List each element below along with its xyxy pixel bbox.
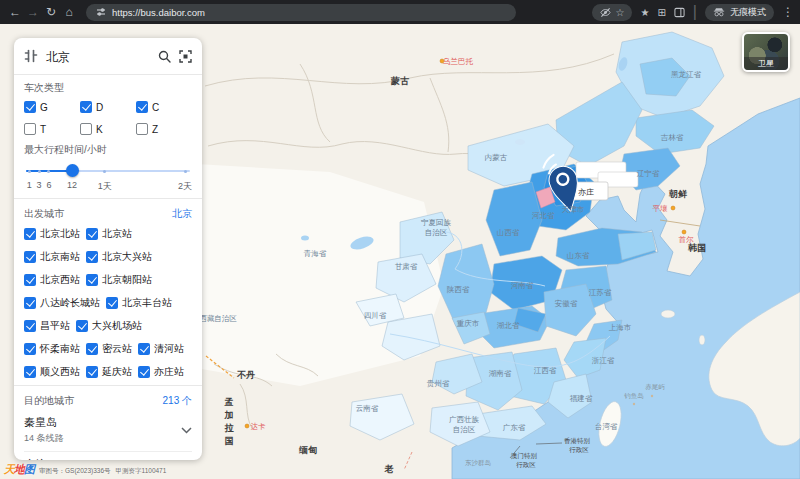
- train-type-T[interactable]: T: [24, 123, 80, 135]
- fullscreen-icon[interactable]: [179, 50, 192, 65]
- search-icon[interactable]: [158, 50, 171, 65]
- checkbox-checked[interactable]: [24, 320, 36, 332]
- back-icon[interactable]: ←: [6, 0, 24, 24]
- checkbox-checked[interactable]: [76, 320, 88, 332]
- station-北京南站[interactable]: 北京南站: [24, 250, 80, 264]
- map-label-安徽省: 安徽省: [555, 299, 578, 308]
- side-panel-icon[interactable]: [674, 7, 685, 18]
- checkbox-unchecked[interactable]: [136, 123, 148, 135]
- slider-handle[interactable]: [66, 164, 79, 177]
- checkbox-checked[interactable]: [136, 101, 148, 113]
- tab-groups-icon[interactable]: ⊞: [657, 7, 665, 18]
- map-label-国: 国: [225, 436, 234, 446]
- station-清河站[interactable]: 清河站: [138, 342, 184, 356]
- checkbox-checked[interactable]: [86, 228, 98, 240]
- destination-count[interactable]: 213 个: [163, 394, 192, 408]
- address-bar[interactable]: https://bus.daibor.com: [86, 4, 516, 21]
- station-大兴机场站[interactable]: 大兴机场站: [76, 319, 142, 333]
- incognito-icon: [713, 7, 725, 17]
- checkbox-label: 密云站: [102, 342, 132, 356]
- checkbox-label: C: [152, 102, 159, 113]
- reading-list-star-icon[interactable]: ★: [640, 7, 649, 18]
- station-顺义西站[interactable]: 顺义西站: [24, 365, 80, 379]
- station-昌平站[interactable]: 昌平站: [24, 319, 70, 333]
- chevron-down-icon[interactable]: [181, 425, 192, 436]
- slider-tick-1天: 1天: [98, 180, 112, 193]
- checkbox-checked[interactable]: [24, 343, 36, 355]
- slider-tick-1: 1: [27, 180, 32, 190]
- destination-item-廊坊[interactable]: 廊坊67 条线路: [24, 452, 192, 460]
- train-type-G[interactable]: G: [24, 101, 80, 113]
- map-label-甘肃省: 甘肃省: [395, 262, 418, 271]
- checkbox-label: 顺义西站: [40, 365, 80, 379]
- incognito-badge: 无痕模式: [705, 4, 774, 21]
- checkbox-checked[interactable]: [24, 366, 36, 378]
- slider-tick-12: 12: [67, 180, 77, 190]
- map-label-湖北省: 湖北省: [497, 321, 520, 330]
- checkbox-label: K: [96, 124, 103, 135]
- checkbox-checked[interactable]: [24, 297, 36, 309]
- train-type-D[interactable]: D: [80, 101, 136, 113]
- map-label-乌兰巴托: 乌兰巴托: [442, 57, 474, 66]
- eye-off-icon[interactable]: [600, 7, 611, 18]
- time-slider[interactable]: [26, 163, 190, 179]
- station-北京朝阳站[interactable]: 北京朝阳站: [86, 273, 152, 287]
- station-密云站[interactable]: 密云站: [86, 342, 132, 356]
- station-延庆站[interactable]: 延庆站: [86, 365, 132, 379]
- map-label-达卡: 达卡: [251, 422, 267, 431]
- checkbox-label: T: [40, 124, 46, 135]
- satellite-toggle[interactable]: 卫星: [742, 32, 790, 72]
- station-北京站[interactable]: 北京站: [86, 227, 132, 241]
- map-label-天津市: 天津市: [562, 205, 585, 214]
- departure-city-link[interactable]: 北京: [172, 207, 192, 221]
- forward-icon[interactable]: →: [24, 0, 42, 24]
- station-北京西站[interactable]: 北京西站: [24, 273, 80, 287]
- checkbox-checked[interactable]: [80, 101, 92, 113]
- checkbox-checked[interactable]: [138, 366, 150, 378]
- station-亦庄站[interactable]: 亦庄站: [138, 365, 184, 379]
- checkbox-label: 清河站: [154, 342, 184, 356]
- station-北京北站[interactable]: 北京北站: [24, 227, 80, 241]
- checkbox-checked[interactable]: [138, 343, 150, 355]
- station-北京大兴站[interactable]: 北京大兴站: [86, 250, 152, 264]
- route-filter-icon[interactable]: [24, 49, 38, 65]
- eye-star-pill: ☆: [592, 4, 633, 21]
- checkbox-label: 昌平站: [40, 319, 70, 333]
- map-label-行政区: 行政区: [516, 461, 536, 468]
- reload-icon[interactable]: ↻: [42, 0, 60, 24]
- checkbox-checked[interactable]: [86, 343, 98, 355]
- checkbox-checked[interactable]: [106, 297, 118, 309]
- destination-name: 秦皇岛: [24, 415, 181, 430]
- map-label-行政区: 行政区: [569, 446, 589, 453]
- checkbox-checked[interactable]: [86, 274, 98, 286]
- map-label-广西壮族: 广西壮族: [449, 415, 480, 424]
- checkbox-unchecked[interactable]: [24, 123, 36, 135]
- train-type-C[interactable]: C: [136, 101, 192, 113]
- checkbox-unchecked[interactable]: [80, 123, 92, 135]
- site-settings-icon[interactable]: [96, 7, 106, 17]
- checkbox-checked[interactable]: [24, 228, 36, 240]
- slider-ticks: 136121天2天: [26, 180, 190, 192]
- station-北京丰台站[interactable]: 北京丰台站: [106, 296, 172, 310]
- station-八达岭长城站[interactable]: 八达岭长城站: [24, 296, 100, 310]
- map-label-青海省: 青海省: [304, 249, 327, 258]
- map-label-云南省: 云南省: [356, 404, 379, 413]
- checkbox-checked[interactable]: [86, 366, 98, 378]
- checkbox-checked[interactable]: [24, 274, 36, 286]
- train-type-K[interactable]: K: [80, 123, 136, 135]
- bookmark-star-icon[interactable]: ☆: [616, 7, 625, 18]
- map-label-四川省: 四川省: [364, 311, 387, 320]
- checkbox-checked[interactable]: [24, 251, 36, 263]
- menu-dots-icon[interactable]: ⋮: [782, 0, 792, 24]
- map-label-江西省: 江西省: [534, 366, 557, 375]
- map-label-东沙群岛: 东沙群岛: [465, 459, 491, 467]
- map-label-澳门特别: 澳门特别: [511, 452, 537, 460]
- train-type-Z[interactable]: Z: [136, 123, 192, 135]
- home-icon[interactable]: ⌂: [60, 0, 78, 24]
- current-city[interactable]: 北京: [46, 49, 150, 66]
- checkbox-checked[interactable]: [86, 251, 98, 263]
- station-怀柔南站[interactable]: 怀柔南站: [24, 342, 80, 356]
- toolbar-actions: ☆ ★ ⊞ | 无痕模式 ⋮: [592, 0, 800, 24]
- checkbox-checked[interactable]: [24, 101, 36, 113]
- destination-item-秦皇岛[interactable]: 秦皇岛14 条线路: [24, 410, 192, 451]
